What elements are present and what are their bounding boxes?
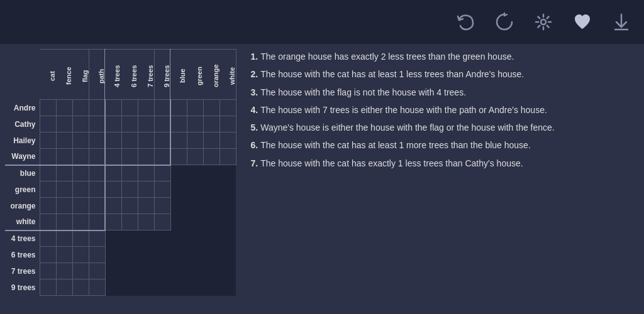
grid-cell[interactable] xyxy=(89,149,105,165)
grid-cell[interactable] xyxy=(89,100,105,116)
grid-cell[interactable] xyxy=(105,214,121,230)
grid-cell[interactable] xyxy=(89,230,105,247)
grid-cell[interactable] xyxy=(203,133,219,149)
grid-cell[interactable] xyxy=(170,133,187,149)
grid-cell[interactable] xyxy=(56,198,72,214)
grid-cell[interactable] xyxy=(105,133,121,149)
grid-cell[interactable] xyxy=(121,149,138,165)
grid-cell[interactable] xyxy=(138,198,154,214)
grid-cell[interactable] xyxy=(56,263,72,279)
grid-cell[interactable] xyxy=(138,100,154,116)
grid-cell[interactable] xyxy=(203,116,219,133)
refresh-icon[interactable] xyxy=(494,12,514,32)
grid-cell[interactable] xyxy=(89,198,105,214)
grid-cell[interactable] xyxy=(56,214,72,230)
grid-cell[interactable] xyxy=(72,198,89,214)
grid-cell[interactable] xyxy=(154,214,170,230)
grid-cell[interactable] xyxy=(105,198,121,214)
heart-icon[interactable] xyxy=(572,12,592,32)
grid-cell[interactable] xyxy=(105,100,121,116)
grid-cell[interactable] xyxy=(40,116,56,133)
grid-cell[interactable] xyxy=(219,149,236,165)
grid-cell[interactable] xyxy=(72,279,89,296)
undo-icon[interactable] xyxy=(455,12,475,32)
download-icon[interactable] xyxy=(611,12,631,32)
grid-cell[interactable] xyxy=(154,165,170,181)
grid-cell[interactable] xyxy=(72,181,89,198)
grid-cell[interactable] xyxy=(56,149,72,165)
grid-cell[interactable] xyxy=(56,133,72,149)
grid-cell[interactable] xyxy=(138,149,154,165)
grid-cell[interactable] xyxy=(40,214,56,230)
grid-cell[interactable] xyxy=(72,165,89,181)
grid-cell[interactable] xyxy=(56,230,72,247)
grid-cell[interactable] xyxy=(40,230,56,247)
grid-cell[interactable] xyxy=(40,133,56,149)
grid-cell[interactable] xyxy=(72,149,89,165)
grid-cell[interactable] xyxy=(89,181,105,198)
grid-cell[interactable] xyxy=(219,133,236,149)
grid-cell[interactable] xyxy=(56,165,72,181)
grid-cell[interactable] xyxy=(89,263,105,279)
grid-cell[interactable] xyxy=(138,214,154,230)
grid-cell[interactable] xyxy=(170,100,187,116)
grid-cell[interactable] xyxy=(154,133,170,149)
grid-cell[interactable] xyxy=(56,279,72,296)
grid-cell[interactable] xyxy=(105,165,121,181)
grid-cell[interactable] xyxy=(187,133,203,149)
grid-cell[interactable] xyxy=(89,133,105,149)
grid-cell[interactable] xyxy=(40,198,56,214)
grid-cell[interactable] xyxy=(40,165,56,181)
grid-cell[interactable] xyxy=(40,263,56,279)
grid-cell[interactable] xyxy=(170,116,187,133)
grid-cell[interactable] xyxy=(154,181,170,198)
grid-cell[interactable] xyxy=(105,149,121,165)
grid-cell[interactable] xyxy=(121,100,138,116)
grid-cell[interactable] xyxy=(72,214,89,230)
grid-cell[interactable] xyxy=(105,181,121,198)
grid-cell[interactable] xyxy=(89,247,105,263)
grid-cell[interactable] xyxy=(72,230,89,247)
grid-cell[interactable] xyxy=(138,181,154,198)
grid-cell[interactable] xyxy=(121,133,138,149)
grid-cell[interactable] xyxy=(154,198,170,214)
grid-cell[interactable] xyxy=(89,116,105,133)
grid-cell[interactable] xyxy=(105,116,121,133)
grid-cell[interactable] xyxy=(40,100,56,116)
grid-cell[interactable] xyxy=(138,133,154,149)
grid-cell[interactable] xyxy=(40,247,56,263)
grid-cell[interactable] xyxy=(154,116,170,133)
grid-cell[interactable] xyxy=(219,100,236,116)
grid-cell[interactable] xyxy=(170,149,187,165)
grid-cell[interactable] xyxy=(56,181,72,198)
grid-cell[interactable] xyxy=(154,149,170,165)
grid-cell[interactable] xyxy=(72,263,89,279)
settings-icon[interactable] xyxy=(533,12,553,32)
grid-cell[interactable] xyxy=(187,116,203,133)
grid-cell[interactable] xyxy=(121,181,138,198)
grid-cell[interactable] xyxy=(40,181,56,198)
grid-cell[interactable] xyxy=(219,116,236,133)
grid-cell[interactable] xyxy=(89,214,105,230)
grid-cell[interactable] xyxy=(187,100,203,116)
grid-cell[interactable] xyxy=(203,100,219,116)
grid-cell[interactable] xyxy=(72,116,89,133)
grid-cell[interactable] xyxy=(40,149,56,165)
grid-cell[interactable] xyxy=(138,165,154,181)
grid-cell[interactable] xyxy=(72,100,89,116)
grid-cell[interactable] xyxy=(56,247,72,263)
grid-cell[interactable] xyxy=(89,279,105,296)
grid-cell[interactable] xyxy=(154,100,170,116)
grid-cell[interactable] xyxy=(187,149,203,165)
grid-cell[interactable] xyxy=(121,165,138,181)
grid-cell[interactable] xyxy=(203,149,219,165)
grid-cell[interactable] xyxy=(89,165,105,181)
grid-cell[interactable] xyxy=(56,100,72,116)
grid-cell[interactable] xyxy=(121,214,138,230)
grid-cell[interactable] xyxy=(121,198,138,214)
grid-cell[interactable] xyxy=(40,279,56,296)
grid-cell[interactable] xyxy=(72,247,89,263)
grid-cell[interactable] xyxy=(121,116,138,133)
grid-cell[interactable] xyxy=(72,133,89,149)
grid-cell[interactable] xyxy=(56,116,72,133)
